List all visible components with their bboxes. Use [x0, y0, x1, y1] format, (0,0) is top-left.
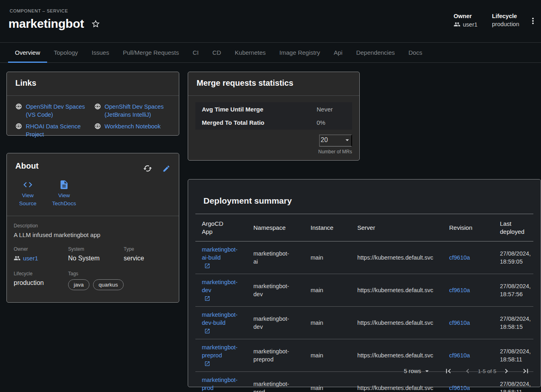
tags-label: Tags — [68, 271, 172, 276]
owner-value: user1 — [463, 21, 477, 28]
argocd-app-link[interactable]: marketingbot-preprod — [202, 343, 244, 367]
tab-docs[interactable]: Docs — [402, 43, 429, 62]
about-lifecycle-field: Lifecycle production — [14, 271, 68, 290]
external-link-icon — [204, 328, 210, 334]
stat-label: Avg Time Until Merge — [202, 106, 317, 113]
refresh-button[interactable] — [143, 164, 152, 173]
revision-link[interactable]: cf9610a — [449, 351, 470, 359]
server-value: https://kubernetes.default.svc — [351, 307, 443, 339]
about-card: About View Source View TechDocs Descript — [6, 153, 179, 303]
page-title: marketingbot — [8, 17, 84, 31]
argocd-app-link[interactable]: marketingbot-prod — [202, 376, 244, 392]
revision-link[interactable]: cf9610a — [449, 254, 470, 262]
chevron-left-icon — [463, 367, 472, 375]
owner-label: Owner — [454, 13, 477, 19]
revision-link[interactable]: cf9610a — [449, 319, 470, 327]
owner-label: Owner — [14, 246, 68, 252]
globe-icon — [15, 103, 22, 110]
link-label: Workbench Notebook — [105, 122, 161, 130]
namespace-value: marketingbot-ai — [253, 250, 292, 266]
merge-requests-statistics-card: Merge requests statistics Avg Time Until… — [188, 72, 360, 161]
argocd-app-link[interactable]: marketingbot-dev — [202, 278, 244, 302]
system-value: No System — [68, 255, 124, 262]
stat-value: Never — [317, 106, 333, 113]
deployment-summary-title: Deployment summary — [188, 179, 541, 206]
instance-value: main — [304, 241, 351, 274]
links-card-title: Links — [15, 78, 36, 87]
tab-ci[interactable]: CI — [186, 43, 205, 62]
argocd-app-link[interactable]: marketingbot-dev-build — [202, 311, 244, 335]
number-of-mrs-select[interactable]: 20 — [319, 134, 352, 146]
globe-icon — [15, 123, 22, 130]
first-page-button[interactable] — [444, 367, 453, 375]
header-owner: Owner user1 — [454, 13, 477, 28]
mr-card-title: Merge requests statistics — [197, 78, 293, 87]
people-icon — [454, 21, 460, 28]
pencil-icon — [162, 165, 170, 173]
number-of-mrs-helper: Number of MRs — [318, 149, 352, 155]
about-tags-field: Tags java quarkus — [68, 271, 172, 290]
col-instance: Instance — [304, 214, 351, 241]
last-deployed-value: 27/08/2024, 18:58:15 — [493, 307, 534, 339]
edit-button[interactable] — [162, 165, 170, 173]
about-owner-field: Owner user1 — [14, 246, 68, 262]
tab-topology[interactable]: Topology — [47, 43, 85, 62]
server-value: https://kubernetes.default.svc — [351, 274, 443, 306]
col-revision: Revision — [443, 214, 493, 241]
revision-link[interactable]: cf9610a — [449, 384, 470, 392]
previous-page-button[interactable] — [463, 367, 472, 375]
link-openshift-dev-spaces-intellij[interactable]: OpenShift Dev Spaces (JetBrains IntelliJ… — [94, 103, 171, 119]
view-techdocs-link[interactable]: View TechDocs — [52, 179, 77, 208]
tag-chip: quarkus — [93, 279, 124, 290]
link-openshift-dev-spaces-vscode[interactable]: OpenShift Dev Spaces (VS Code) — [15, 103, 92, 119]
document-icon — [59, 179, 69, 190]
namespace-value: marketingbot-prod — [253, 380, 292, 392]
lifecycle-label: Lifecycle — [14, 271, 68, 276]
favorite-button[interactable] — [91, 19, 100, 29]
link-label: OpenShift Dev Spaces (VS Code) — [26, 103, 92, 119]
next-page-button[interactable] — [502, 367, 511, 375]
chevron-right-icon — [502, 367, 511, 375]
mr-stats-panel: Avg Time Until Merge Never Merged To Tot… — [195, 102, 352, 130]
pagination-range: 1-5 of 5 — [478, 368, 496, 374]
entity-tabs: Overview Topology Issues Pull/Merge Requ… — [0, 42, 541, 63]
tab-cd[interactable]: CD — [205, 43, 228, 62]
col-last-deployed: Last deployed — [493, 214, 533, 241]
page-header: COMPONENT – SERVICE marketingbot Owner u… — [0, 0, 541, 42]
system-label: System — [68, 246, 124, 252]
type-label: Type — [124, 246, 172, 252]
link-workbench-notebook[interactable]: Workbench Notebook — [94, 122, 171, 138]
revision-link[interactable]: cf9610a — [449, 286, 470, 294]
last-page-button[interactable] — [521, 367, 530, 375]
rows-per-page-select[interactable]: 5 rows — [402, 367, 434, 375]
stat-label: Merged To Total Ratio — [202, 119, 317, 126]
tab-api[interactable]: Api — [327, 43, 349, 62]
tab-kubernetes[interactable]: Kubernetes — [228, 43, 273, 62]
deployment-summary-card: Deployment summary ArgoCD App Namespace … — [188, 179, 541, 387]
tab-overview[interactable]: Overview — [8, 43, 47, 62]
external-link-icon — [204, 295, 210, 301]
globe-icon — [94, 103, 101, 110]
last-deployed-value: 27/08/2024, 18:57:56 — [493, 274, 534, 306]
namespace-value: marketingbot-dev — [253, 282, 292, 298]
link-label: OpenShift Dev Spaces (JetBrains IntelliJ… — [105, 103, 171, 119]
tab-issues[interactable]: Issues — [85, 43, 116, 62]
code-icon — [23, 179, 33, 190]
instance-value: main — [304, 307, 351, 339]
tab-pull-merge-requests[interactable]: Pull/Merge Requests — [116, 43, 186, 62]
people-icon — [14, 255, 21, 262]
view-source-link[interactable]: View Source — [15, 179, 40, 208]
tag-chip: java — [68, 279, 89, 290]
server-value: https://kubernetes.default.svc — [351, 241, 443, 274]
link-rhoai-data-science-project[interactable]: RHOAI Data Science Project — [15, 122, 92, 138]
view-source-label: View Source — [15, 192, 40, 208]
stat-row: Merged To Total Ratio 0% — [195, 116, 352, 129]
about-type-field: Type service — [124, 246, 172, 262]
tab-image-registry[interactable]: Image Registry — [273, 43, 327, 62]
stat-row: Avg Time Until Merge Never — [195, 103, 352, 116]
instance-value: main — [304, 339, 351, 371]
tab-dependencies[interactable]: Dependencies — [349, 43, 402, 62]
more-options-button[interactable] — [527, 15, 539, 27]
argocd-app-link[interactable]: marketingbot-ai-build — [202, 246, 244, 270]
owner-link[interactable]: user1 — [14, 255, 68, 262]
